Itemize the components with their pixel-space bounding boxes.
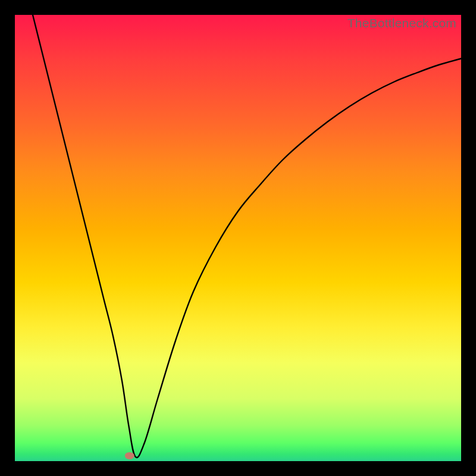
chart-svg [15, 15, 461, 461]
minimum-marker [125, 452, 134, 459]
bottleneck-curve [33, 15, 461, 458]
chart-plot-area: TheBottleneck.com [15, 15, 461, 461]
